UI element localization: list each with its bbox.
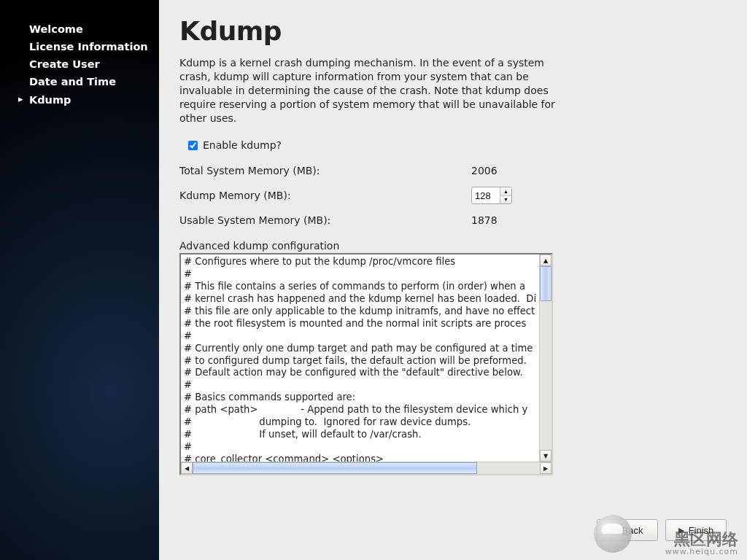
kdump-memory-input[interactable] bbox=[472, 187, 500, 203]
sidebar-item-kdump[interactable]: Kdump bbox=[0, 91, 159, 109]
back-button[interactable]: ◀ Back bbox=[597, 519, 658, 541]
enable-kdump-label: Enable kdump? bbox=[203, 139, 282, 151]
page-title: Kdump bbox=[179, 16, 727, 46]
arrow-right-icon: ▶ bbox=[678, 526, 684, 535]
page-description: Kdump is a kernel crash dumping mechanis… bbox=[179, 56, 566, 125]
enable-kdump-option[interactable]: Enable kdump? bbox=[188, 139, 282, 151]
usable-memory-label: Usable System Memory (MB): bbox=[179, 214, 471, 226]
enable-kdump-checkbox[interactable] bbox=[188, 141, 198, 150]
scroll-down-button[interactable]: ▼ bbox=[540, 450, 551, 462]
watermark-url: www.heiqu.com bbox=[665, 548, 738, 556]
sidebar: Welcome License Information Create User … bbox=[0, 0, 159, 560]
sidebar-item-create-user[interactable]: Create User bbox=[0, 55, 159, 73]
scroll-left-button[interactable]: ◀ bbox=[181, 462, 193, 474]
vertical-scroll-thumb[interactable] bbox=[540, 266, 551, 301]
back-button-rest: ack bbox=[628, 525, 643, 536]
total-memory-value: 2006 bbox=[471, 165, 537, 176]
kdump-memory-label: Kdump Memory (MB): bbox=[179, 190, 471, 201]
scroll-right-button[interactable]: ▶ bbox=[540, 462, 551, 474]
sidebar-item-welcome[interactable]: Welcome bbox=[0, 20, 159, 38]
finish-button[interactable]: ▶ Finish bbox=[665, 519, 727, 541]
advanced-config-textarea[interactable]: # Configures where to put the kdump /pro… bbox=[181, 254, 539, 462]
total-memory-label: Total System Memory (MB): bbox=[179, 165, 471, 176]
sidebar-item-date-time[interactable]: Date and Time bbox=[0, 73, 159, 90]
spinner-down-button[interactable]: ▼ bbox=[500, 196, 511, 204]
usable-memory-value: 1878 bbox=[471, 214, 537, 226]
spinner-up-button[interactable]: ▲ bbox=[500, 187, 511, 195]
horizontal-scroll-thumb[interactable] bbox=[193, 462, 477, 474]
scroll-up-button[interactable]: ▲ bbox=[540, 254, 551, 266]
horizontal-scrollbar[interactable]: ◀ ▶ bbox=[181, 462, 551, 474]
advanced-config-frame: # Configures where to put the kdump /pro… bbox=[179, 253, 553, 475]
vertical-scrollbar[interactable]: ▲ ▼ bbox=[539, 254, 551, 462]
advanced-config-label: Advanced kdump configuration bbox=[179, 240, 727, 252]
main-content: Kdump Kdump is a kernel crash dumping me… bbox=[159, 0, 747, 560]
finish-button-rest: inish bbox=[694, 525, 714, 536]
kdump-memory-spinner[interactable]: ▲ ▼ bbox=[471, 187, 512, 204]
footer-buttons: ◀ Back ▶ Finish bbox=[597, 519, 727, 541]
memory-table: Total System Memory (MB): 2006 Kdump Mem… bbox=[179, 160, 727, 231]
arrow-left-icon: ◀ bbox=[612, 525, 618, 534]
sidebar-item-license[interactable]: License Information bbox=[0, 38, 159, 55]
